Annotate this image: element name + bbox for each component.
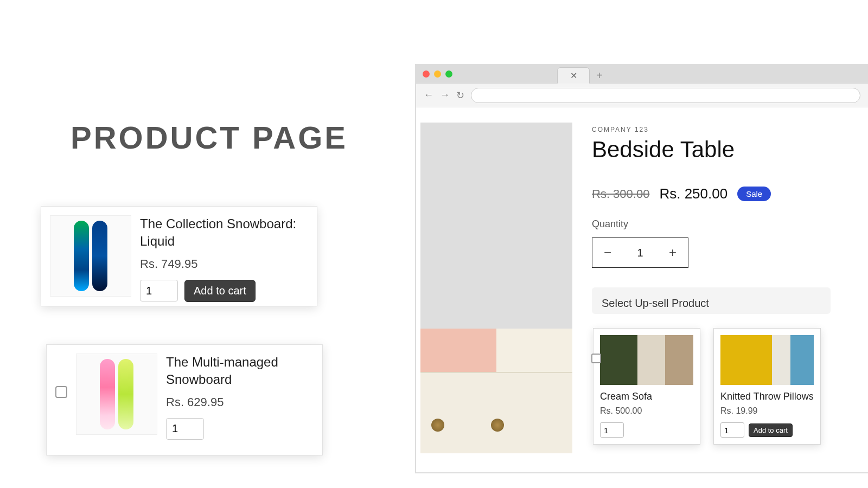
price-row: Rs. 300.00 Rs. 250.00 Sale: [592, 185, 855, 202]
browser-window: ✕ + ← → ↻ COMPANY 123 Bedside Table Rs. …: [415, 64, 868, 473]
tab-close-icon[interactable]: ✕: [570, 70, 577, 81]
add-to-cart-button[interactable]: Add to cart: [749, 423, 793, 437]
old-price: Rs. 300.00: [592, 187, 649, 201]
window-maximize-icon[interactable]: [445, 70, 452, 78]
quantity-input[interactable]: [720, 422, 744, 438]
increment-button[interactable]: +: [658, 238, 688, 267]
product-title: The Multi-managed Snowboard: [166, 354, 314, 389]
nav-back-icon[interactable]: ←: [424, 89, 433, 101]
product-image: [76, 354, 157, 435]
upsell-heading: Select Up-sell Product: [602, 297, 821, 310]
upsell-image: [600, 335, 693, 385]
drawer-knob-icon: [491, 419, 504, 432]
select-checkbox[interactable]: [55, 386, 67, 398]
snowboard-icon: [100, 359, 115, 429]
address-bar[interactable]: [471, 88, 860, 103]
nav-forward-icon[interactable]: →: [440, 89, 450, 101]
main-product-image: [420, 123, 572, 453]
upsell-list: Cream Sofa Rs. 500.00 Knitted Throw Pill…: [592, 328, 855, 445]
site-content: COMPANY 123 Bedside Table Rs. 300.00 Rs.…: [416, 107, 868, 472]
nav-reload-icon[interactable]: ↻: [456, 89, 464, 101]
upsell-price: Rs. 500.00: [600, 406, 693, 416]
upsell-panel: Select Up-sell Product: [592, 287, 831, 314]
upsell-card-throw-pillows: Knitted Throw Pillows Rs. 19.99 Add to c…: [713, 328, 821, 445]
product-price: Rs. 629.95: [166, 395, 314, 409]
quantity-input[interactable]: [140, 280, 178, 301]
upsell-title: Cream Sofa: [600, 390, 693, 403]
quantity-input[interactable]: [600, 422, 624, 438]
browser-titlebar: ✕ +: [416, 65, 868, 84]
product-card-snowboard-multi: The Multi-managed Snowboard Rs. 629.95: [46, 344, 323, 455]
window-minimize-icon[interactable]: [434, 70, 441, 78]
browser-toolbar: ← → ↻: [416, 84, 868, 107]
product-details: COMPANY 123 Bedside Table Rs. 300.00 Rs.…: [592, 123, 855, 472]
snowboard-icon: [92, 221, 107, 291]
upsell-image: [720, 335, 814, 385]
furniture-top-icon: [420, 329, 572, 377]
new-tab-button[interactable]: +: [596, 69, 603, 82]
upsell-card-cream-sofa: Cream Sofa Rs. 500.00: [593, 328, 700, 445]
add-to-cart-button[interactable]: Add to cart: [184, 280, 256, 302]
sale-badge: Sale: [737, 187, 771, 201]
furniture-body-icon: [420, 372, 572, 453]
upsell-title: Knitted Throw Pillows: [720, 390, 814, 403]
product-price: Rs. 749.95: [140, 257, 308, 271]
upsell-price: Rs. 19.99: [720, 406, 814, 416]
product-card-snowboard-liquid: The Collection Snowboard: Liquid Rs. 749…: [41, 206, 317, 306]
quantity-value: 1: [623, 247, 658, 259]
product-title: The Collection Snowboard: Liquid: [140, 215, 308, 251]
snowboard-icon: [118, 359, 133, 429]
quantity-stepper: − 1 +: [592, 237, 688, 268]
drawer-knob-icon: [431, 419, 444, 432]
window-close-icon[interactable]: [423, 70, 430, 78]
sale-price: Rs. 250.00: [659, 185, 727, 202]
page-heading: PRODUCT PAGE: [71, 119, 348, 156]
product-image: [50, 215, 131, 297]
quantity-label: Quantity: [592, 219, 855, 230]
quantity-input[interactable]: [166, 418, 204, 440]
decrement-button[interactable]: −: [592, 238, 623, 267]
company-label: COMPANY 123: [592, 126, 855, 133]
product-title: Bedside Table: [592, 137, 855, 163]
browser-tab[interactable]: ✕: [557, 67, 590, 84]
snowboard-icon: [74, 221, 89, 291]
select-checkbox[interactable]: [591, 354, 601, 363]
